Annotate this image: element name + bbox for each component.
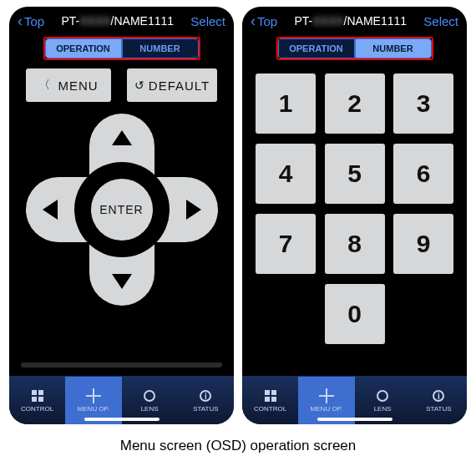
grid-icon [263,388,278,403]
numkey-8[interactable]: 8 [325,214,385,274]
triangle-right-icon [186,200,201,220]
numkey-0[interactable]: 0 [325,284,385,344]
lens-icon [142,388,157,403]
triangle-left-icon [43,200,58,220]
chevron-left-icon: ‹ [251,13,256,28]
info-icon: i [431,388,446,403]
highlight-frame: OPERATION NUMBER [276,37,433,60]
grid-icon [30,388,45,403]
back-button[interactable]: ‹ Top [18,13,44,28]
tab-number[interactable]: NUMBER [122,38,199,58]
back-label: Top [257,14,277,28]
nav-status[interactable]: i STATUS [411,377,467,424]
numkey-7[interactable]: 7 [256,214,316,274]
enter-button[interactable]: ENTER [91,179,153,241]
nav-control[interactable]: CONTROL [242,377,298,424]
numkey-9[interactable]: 9 [393,214,453,274]
phone-number-view: ‹ Top PT-XXXX/NAME1111 Select OPERATION … [242,7,467,424]
chevron-left-icon: 〈 [38,78,51,93]
app-header: ‹ Top PT-XXXX/NAME1111 Select [11,8,232,32]
chevron-left-icon: ‹ [18,13,23,28]
nav-control[interactable]: CONTROL [9,377,65,424]
triangle-up-icon [112,130,132,145]
menu-button[interactable]: 〈 MENU [26,68,111,102]
device-title: PT-XXXX/NAME1111 [294,14,407,28]
select-button[interactable]: Select [423,14,458,28]
dpad-center-ring: ENTER [74,162,170,257]
numkey-3[interactable]: 3 [393,73,453,134]
home-indicator[interactable] [84,418,160,421]
tab-operation[interactable]: OPERATION [45,38,122,58]
scrollbar[interactable] [21,362,222,367]
tab-number[interactable]: NUMBER [355,38,432,58]
default-button[interactable]: ↺ DEFAULT [127,68,217,102]
app-header: ‹ Top PT-XXXX/NAME1111 Select [244,8,465,32]
highlight-frame: OPERATION NUMBER [43,37,200,60]
numkey-6[interactable]: 6 [393,144,453,204]
dpad: ENTER [26,114,218,306]
numpad: 1 2 3 4 5 6 7 8 9 0 [244,68,465,344]
triangle-down-icon [112,274,132,289]
back-button[interactable]: ‹ Top [251,13,277,28]
phone-operation-view: ‹ Top PT-XXXX/NAME1111 Select OPERATION … [9,7,234,424]
back-label: Top [24,14,44,28]
arrows-icon [319,388,334,403]
tab-operation[interactable]: OPERATION [278,38,355,58]
numkey-1[interactable]: 1 [256,73,316,134]
numkey-4[interactable]: 4 [256,144,316,204]
reset-icon: ↺ [134,79,145,92]
figure-caption: Menu screen (OSD) operation screen [0,431,476,456]
arrows-icon [86,388,101,403]
numkey-5[interactable]: 5 [325,144,385,204]
nav-status[interactable]: i STATUS [178,377,234,424]
info-icon: i [198,388,213,403]
select-button[interactable]: Select [190,14,225,28]
lens-icon [375,388,390,403]
numkey-2[interactable]: 2 [325,73,385,134]
home-indicator[interactable] [317,418,392,421]
device-title: PT-XXXX/NAME1111 [61,14,174,28]
